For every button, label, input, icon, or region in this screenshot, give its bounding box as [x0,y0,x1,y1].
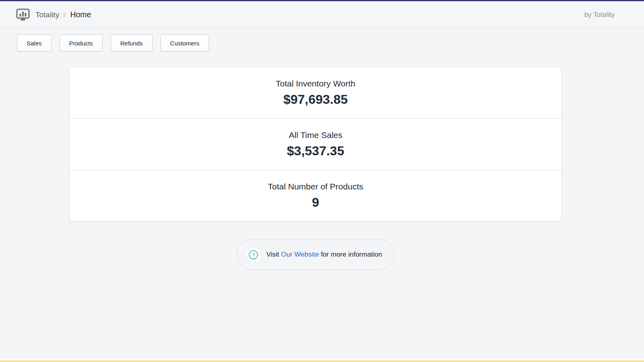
stat-label: All Time Sales [78,130,553,140]
footer-help: ? Visit Our Website for more information [237,239,395,270]
stats-card: Total Inventory Worth $97,693.85 All Tim… [70,67,561,221]
website-link[interactable]: Our Website [281,251,319,258]
breadcrumb: Totality / Home [16,8,91,21]
stat-value: 9 [78,195,553,210]
breadcrumb-separator: / [64,10,66,19]
page-title: Home [70,10,91,19]
nav-button-row: Sales Products Refunds Customers [0,29,644,51]
stat-section-inventory-worth: Total Inventory Worth $97,693.85 [70,67,561,119]
sales-button[interactable]: Sales [17,35,52,51]
stat-section-all-time-sales: All Time Sales $3,537.35 [70,119,561,170]
stat-label: Total Number of Products [78,181,553,191]
footer-help-suffix: for more information [319,251,382,258]
byline-text: by Totality [584,11,615,19]
breadcrumb-app-name[interactable]: Totality [35,10,59,19]
page-content: Total Inventory Worth $97,693.85 All Tim… [70,67,561,270]
stat-value: $3,537.35 [78,143,553,158]
footer-help-prefix: Visit [266,251,281,258]
footer-help-row: ? Visit Our Website for more information [70,239,561,270]
app-logo-monitor-chart-icon [16,8,30,21]
stat-value: $97,693.85 [78,92,553,107]
question-mark-circle-icon: ? [247,248,260,261]
stat-label: Total Inventory Worth [78,78,553,88]
products-button[interactable]: Products [60,35,103,51]
refunds-button[interactable]: Refunds [111,35,153,51]
stat-section-total-products: Total Number of Products 9 [70,170,561,221]
footer-help-text: Visit Our Website for more information [266,251,382,259]
app-header: Totality / Home by Totality [0,1,644,29]
customers-button[interactable]: Customers [161,35,209,51]
bottom-banner-edge [0,359,644,362]
